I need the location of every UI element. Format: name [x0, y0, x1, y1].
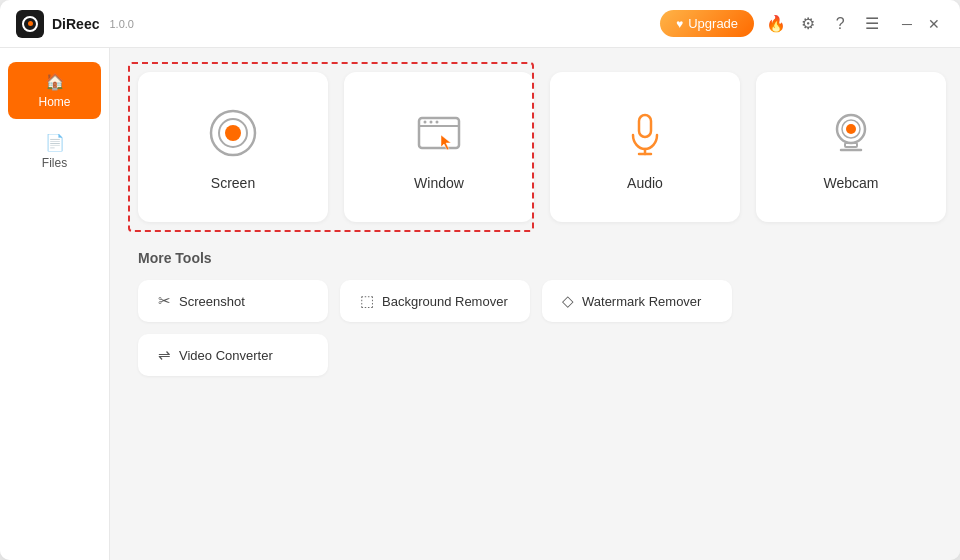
wm-remover-label: Watermark Remover — [582, 294, 701, 309]
screenshot-tool[interactable]: ✂ Screenshot — [138, 280, 328, 322]
wm-remover-tool[interactable]: ◇ Watermark Remover — [542, 280, 732, 322]
svg-rect-14 — [845, 143, 857, 147]
bg-remover-tool[interactable]: ⬚ Background Remover — [340, 280, 530, 322]
screen-card-label: Screen — [211, 175, 255, 191]
sidebar: 🏠 Home 📄 Files — [0, 48, 110, 560]
sidebar-item-home[interactable]: 🏠 Home — [8, 62, 101, 119]
title-bar-right: ♥ Upgrade 🔥 ⚙ ? ☰ ─ ✕ — [660, 10, 944, 37]
sidebar-home-label: Home — [38, 95, 70, 109]
svg-point-6 — [430, 121, 433, 124]
title-bar-left: DiReec 1.0.0 — [16, 10, 134, 38]
menu-icon[interactable]: ☰ — [862, 14, 882, 33]
app-window: DiReec 1.0.0 ♥ Upgrade 🔥 ⚙ ? ☰ ─ ✕ 🏠 Hom… — [0, 0, 960, 560]
video-converter-label: Video Converter — [179, 348, 273, 363]
audio-card-label: Audio — [627, 175, 663, 191]
screen-card-icon — [203, 103, 263, 163]
svg-rect-8 — [639, 115, 651, 137]
main-layout: 🏠 Home 📄 Files — [0, 48, 960, 560]
app-version: 1.0.0 — [109, 18, 133, 30]
svg-point-5 — [424, 121, 427, 124]
window-card-icon — [409, 103, 469, 163]
content-area: Screen Wi — [110, 48, 960, 560]
upgrade-label: Upgrade — [688, 16, 738, 31]
close-button[interactable]: ✕ — [924, 14, 944, 34]
webcam-card-icon — [821, 103, 881, 163]
audio-card-icon — [615, 103, 675, 163]
upgrade-button[interactable]: ♥ Upgrade — [660, 10, 754, 37]
home-icon: 🏠 — [45, 72, 65, 91]
files-icon: 📄 — [45, 133, 65, 152]
heart-icon: ♥ — [676, 17, 683, 31]
flame-icon[interactable]: 🔥 — [766, 14, 786, 33]
screenshot-icon: ✂ — [158, 292, 171, 310]
screenshot-label: Screenshot — [179, 294, 245, 309]
sidebar-item-files[interactable]: 📄 Files — [8, 123, 101, 180]
app-logo-inner — [22, 16, 38, 32]
app-logo — [16, 10, 44, 38]
audio-card[interactable]: Audio — [550, 72, 740, 222]
svg-point-7 — [436, 121, 439, 124]
bg-remover-icon: ⬚ — [360, 292, 374, 310]
svg-point-1 — [225, 125, 241, 141]
wm-remover-icon: ◇ — [562, 292, 574, 310]
webcam-card-label: Webcam — [824, 175, 879, 191]
app-name: DiReec — [52, 16, 99, 32]
more-tools-section: More Tools ✂ Screenshot ⬚ Background Rem… — [138, 250, 932, 376]
record-cards-row: Screen Wi — [138, 72, 932, 222]
video-converter-icon: ⇌ — [158, 346, 171, 364]
webcam-card[interactable]: Webcam — [756, 72, 946, 222]
help-icon[interactable]: ? — [830, 15, 850, 33]
more-tools-title: More Tools — [138, 250, 932, 266]
settings-icon[interactable]: ⚙ — [798, 14, 818, 33]
window-controls: ─ ✕ — [898, 14, 944, 34]
minimize-button[interactable]: ─ — [898, 14, 916, 34]
sidebar-files-label: Files — [42, 156, 67, 170]
video-converter-tool[interactable]: ⇌ Video Converter — [138, 334, 328, 376]
window-card-label: Window — [414, 175, 464, 191]
tools-grid: ✂ Screenshot ⬚ Background Remover ◇ Wate… — [138, 280, 932, 376]
window-card[interactable]: Window — [344, 72, 534, 222]
screen-card[interactable]: Screen — [138, 72, 328, 222]
title-bar: DiReec 1.0.0 ♥ Upgrade 🔥 ⚙ ? ☰ ─ ✕ — [0, 0, 960, 48]
bg-remover-label: Background Remover — [382, 294, 508, 309]
app-logo-dot — [28, 21, 33, 26]
svg-point-12 — [846, 124, 856, 134]
